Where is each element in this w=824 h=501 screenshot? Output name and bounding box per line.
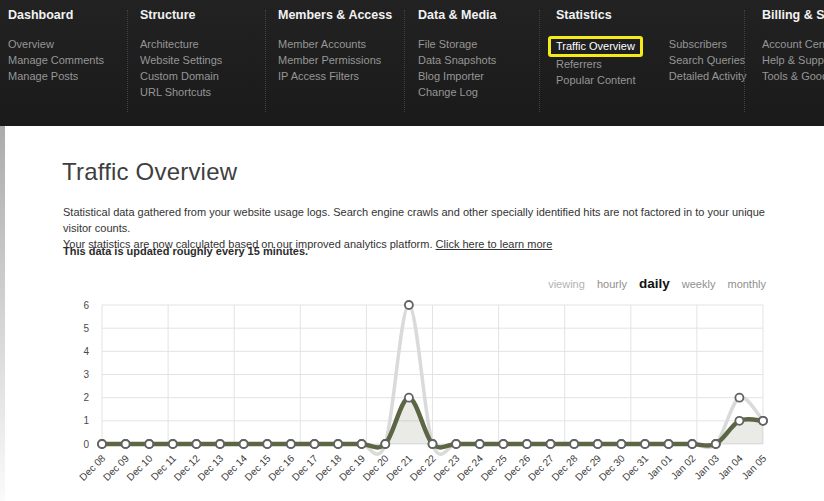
traffic-line-chart[interactable]: 0123456Dec 08Dec 09Dec 10Dec 11Dec 12Dec… bbox=[60, 296, 772, 500]
nav-column-members-access: Members & Access Member Accounts Member … bbox=[278, 8, 392, 84]
nav-divider bbox=[539, 10, 540, 112]
data-point-marker-series-dark bbox=[358, 440, 366, 448]
nav-link-help-support[interactable]: Help & Support bbox=[762, 52, 824, 68]
nav-link-referrers[interactable]: Referrers bbox=[556, 56, 643, 72]
nav-link-url-shortcuts[interactable]: URL Shortcuts bbox=[140, 84, 222, 100]
data-point-marker-series-dark bbox=[240, 440, 248, 448]
nav-title-members-access: Members & Access bbox=[278, 8, 392, 22]
y-axis-tick-label: 2 bbox=[83, 392, 89, 403]
x-axis-date-label: Dec 31 bbox=[620, 452, 650, 482]
data-point-marker-series-dark bbox=[98, 440, 106, 448]
chart-canvas: 0123456Dec 08Dec 09Dec 10Dec 11Dec 12Dec… bbox=[60, 296, 772, 500]
y-axis-tick-label: 4 bbox=[83, 346, 89, 357]
y-axis-tick-label: 0 bbox=[83, 439, 89, 450]
view-option-monthly[interactable]: monthly bbox=[727, 278, 766, 290]
nav-link-change-log[interactable]: Change Log bbox=[418, 84, 497, 100]
nav-column-statistics: Statistics Traffic Overview Referrers Po… bbox=[556, 8, 747, 88]
data-point-marker-series-dark bbox=[192, 440, 200, 448]
nav-title-structure: Structure bbox=[140, 8, 222, 22]
data-point-marker-series-dark bbox=[452, 440, 460, 448]
view-option-weekly[interactable]: weekly bbox=[682, 278, 716, 290]
y-axis-tick-label: 1 bbox=[83, 415, 89, 426]
nav-column-billing-support: Billing & Support Account Center Help & … bbox=[762, 8, 824, 84]
view-option-daily-active[interactable]: daily bbox=[639, 276, 670, 291]
page-title: Traffic Overview bbox=[62, 158, 237, 186]
nav-column-dashboard: Dashboard Overview Manage Comments Manag… bbox=[8, 8, 104, 84]
content-panel: Traffic Overview Statistical data gather… bbox=[5, 126, 824, 501]
nav-title-dashboard: Dashboard bbox=[8, 8, 104, 22]
data-point-marker-series-dark bbox=[145, 440, 153, 448]
data-point-marker-series-dark bbox=[216, 440, 224, 448]
viewing-label: viewing bbox=[548, 278, 585, 290]
learn-more-link[interactable]: Click here to learn more bbox=[436, 238, 553, 250]
nav-statistics-right-list: Subscribers Search Queries Detailed Acti… bbox=[669, 36, 747, 84]
data-point-marker-series-dark bbox=[665, 440, 673, 448]
nav-link-architecture[interactable]: Architecture bbox=[140, 36, 222, 52]
view-option-hourly[interactable]: hourly bbox=[597, 278, 627, 290]
nav-link-file-storage[interactable]: File Storage bbox=[418, 36, 497, 52]
data-point-marker-series-dark bbox=[334, 440, 342, 448]
data-point-marker-series-light bbox=[735, 394, 743, 402]
nav-statistics-left-list: Traffic Overview Referrers Popular Conte… bbox=[556, 36, 643, 88]
x-axis-date-label: Dec 10 bbox=[124, 452, 154, 482]
nav-link-data-snapshots[interactable]: Data Snapshots bbox=[418, 52, 497, 68]
chart-view-controls: viewing hourly daily weekly monthly bbox=[539, 276, 766, 291]
top-navigation: Dashboard Overview Manage Comments Manag… bbox=[0, 0, 824, 126]
y-axis-tick-label: 5 bbox=[83, 323, 89, 334]
description-line-1: Statistical data gathered from your webs… bbox=[63, 206, 765, 234]
nav-link-ip-access-filters[interactable]: IP Access Filters bbox=[278, 68, 392, 84]
data-point-marker-series-dark bbox=[594, 440, 602, 448]
nav-title-statistics: Statistics bbox=[556, 8, 747, 22]
data-point-marker-series-dark bbox=[499, 440, 507, 448]
nav-link-tools-goodies[interactable]: Tools & Goodies bbox=[762, 68, 824, 84]
nav-link-member-accounts[interactable]: Member Accounts bbox=[278, 36, 392, 52]
x-axis-date-label: Jan 02 bbox=[669, 452, 698, 481]
nav-link-custom-domain[interactable]: Custom Domain bbox=[140, 68, 222, 84]
data-point-marker-series-dark bbox=[641, 440, 649, 448]
data-point-marker-series-dark bbox=[405, 394, 413, 402]
data-point-marker-series-dark bbox=[122, 440, 130, 448]
data-point-marker-series-light bbox=[405, 301, 413, 309]
x-axis-date-label: Jan 05 bbox=[739, 452, 768, 481]
nav-link-overview[interactable]: Overview bbox=[8, 36, 104, 52]
data-point-marker-series-dark bbox=[263, 440, 271, 448]
nav-link-account-center[interactable]: Account Center bbox=[762, 36, 824, 52]
nav-link-detailed-activity[interactable]: Detailed Activity bbox=[669, 68, 747, 84]
data-point-marker-series-dark bbox=[523, 440, 531, 448]
nav-link-member-permissions[interactable]: Member Permissions bbox=[278, 52, 392, 68]
nav-divider bbox=[744, 10, 745, 112]
data-point-marker-series-dark bbox=[547, 440, 555, 448]
nav-divider bbox=[127, 10, 128, 112]
nav-link-popular-content[interactable]: Popular Content bbox=[556, 72, 643, 88]
data-point-marker-series-dark bbox=[287, 440, 295, 448]
data-point-marker-series-dark bbox=[169, 440, 177, 448]
data-point-marker-series-dark bbox=[712, 440, 720, 448]
nav-link-traffic-overview-active[interactable]: Traffic Overview bbox=[548, 36, 643, 57]
data-point-marker-series-dark bbox=[476, 440, 484, 448]
data-point-marker-series-dark bbox=[735, 417, 743, 425]
data-point-marker-series-dark bbox=[688, 440, 696, 448]
nav-link-blog-importer[interactable]: Blog Importer bbox=[418, 68, 497, 84]
nav-link-manage-posts[interactable]: Manage Posts bbox=[8, 68, 104, 84]
nav-divider bbox=[265, 10, 266, 112]
nav-link-manage-comments[interactable]: Manage Comments bbox=[8, 52, 104, 68]
y-axis-tick-label: 3 bbox=[83, 369, 89, 380]
nav-title-data-media: Data & Media bbox=[418, 8, 497, 22]
nav-title-billing-support: Billing & Support bbox=[762, 8, 824, 22]
x-axis-date-label: Jan 04 bbox=[716, 452, 745, 481]
nav-link-search-queries[interactable]: Search Queries bbox=[669, 52, 747, 68]
data-point-marker-series-dark bbox=[310, 440, 318, 448]
nav-column-structure: Structure Architecture Website Settings … bbox=[140, 8, 222, 100]
x-axis-date-label: Jan 03 bbox=[692, 452, 721, 481]
nav-column-data-media: Data & Media File Storage Data Snapshots… bbox=[418, 8, 497, 100]
data-point-marker-series-dark bbox=[570, 440, 578, 448]
data-point-marker-series-dark bbox=[759, 417, 767, 425]
update-frequency-note: This data is updated roughly every 15 mi… bbox=[63, 245, 308, 257]
nav-link-website-settings[interactable]: Website Settings bbox=[140, 52, 222, 68]
data-point-marker-series-dark bbox=[617, 440, 625, 448]
nav-divider bbox=[404, 10, 405, 112]
data-point-marker-series-dark bbox=[381, 440, 389, 448]
y-axis-tick-label: 6 bbox=[83, 300, 89, 311]
nav-link-subscribers[interactable]: Subscribers bbox=[669, 36, 747, 52]
x-axis-date-label: Jan 01 bbox=[645, 452, 674, 481]
